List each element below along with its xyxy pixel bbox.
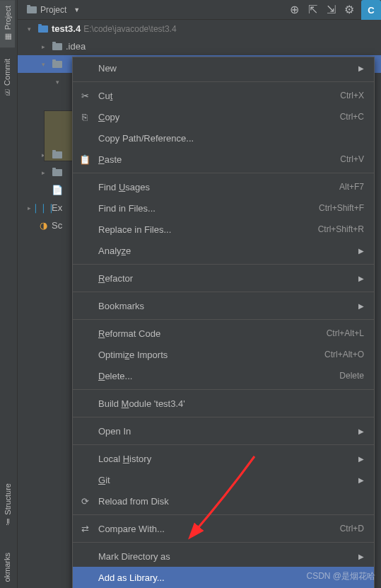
reload-icon: ⟳	[78, 495, 91, 507]
menu-bookmarks[interactable]: Bookmarks▶	[73, 295, 374, 316]
editor-corner-badge: C	[361, 0, 381, 20]
cut-icon: ✂	[78, 89, 91, 102]
scratches-icon: ◑	[37, 220, 49, 231]
expand-all-icon[interactable]: ⇱	[305, 2, 320, 18]
locate-icon[interactable]: ⊕	[286, 2, 302, 18]
menu-separator	[73, 542, 374, 543]
structure-icon: ≔	[3, 518, 12, 526]
copy-icon: ⎘	[78, 110, 91, 123]
menu-optimize-imports[interactable]: Optimize ImportsCtrl+Alt+O	[73, 344, 374, 365]
project-view-selector[interactable]: Project ▼	[22, 3, 84, 17]
menu-separator	[73, 292, 374, 292]
menu-analyze[interactable]: Analyze▶	[73, 240, 374, 261]
menu-reload-from-disk[interactable]: ⟳Reload from Disk	[73, 490, 374, 512]
folder-icon	[52, 167, 63, 178]
menu-git[interactable]: Git▶	[73, 469, 374, 490]
chevron-down-icon: ▾	[56, 79, 63, 86]
menu-compare-with[interactable]: ⇄Compare With...Ctrl+D	[73, 518, 374, 539]
menu-mark-directory-as[interactable]: Mark Directory as▶	[73, 546, 374, 567]
menu-separator	[73, 173, 374, 173]
folder-icon	[52, 59, 63, 70]
chevron-right-icon: ▸	[42, 169, 49, 176]
commit-icon: ⎘	[3, 88, 11, 96]
menu-replace-in-files[interactable]: Replace in Files...Ctrl+Shift+R	[73, 219, 374, 240]
sidebar-tab-commit[interactable]: ⎘ Commit	[0, 53, 14, 102]
menu-separator	[73, 389, 374, 390]
submenu-arrow-icon: ▶	[358, 247, 364, 255]
chevron-down-icon: ▼	[74, 6, 80, 13]
menu-separator	[73, 264, 374, 265]
sidebar-tab-structure[interactable]: ≔ Structure	[0, 478, 15, 531]
menu-separator	[73, 319, 374, 320]
chevron-down-icon: ▾	[42, 61, 49, 68]
submenu-arrow-icon: ▶	[358, 455, 364, 463]
chevron-right-icon: ▸	[42, 43, 49, 50]
menu-cut[interactable]: ✂CutCtrl+X	[73, 85, 374, 106]
submenu-arrow-icon: ▶	[358, 553, 364, 560]
menu-copy[interactable]: ⎘CopyCtrl+C	[73, 106, 374, 127]
project-view-icon	[26, 4, 37, 16]
submenu-arrow-icon: ▶	[358, 427, 364, 435]
compare-icon: ⇄	[78, 522, 91, 535]
submenu-arrow-icon: ▶	[358, 64, 364, 72]
menu-copy-path[interactable]: Copy Path/Reference...	[73, 127, 374, 149]
menu-open-in[interactable]: Open In▶	[73, 420, 374, 442]
folder-icon	[52, 41, 63, 52]
chevron-down-icon: ▾	[28, 25, 35, 33]
menu-delete[interactable]: Delete...Delete	[73, 365, 374, 386]
menu-find-usages[interactable]: Find UsagesAlt+F7	[73, 176, 374, 197]
menu-find-in-files[interactable]: Find in Files...Ctrl+Shift+F	[73, 197, 374, 219]
menu-new[interactable]: New▶	[73, 57, 374, 79]
submenu-arrow-icon: ▶	[358, 302, 364, 310]
menu-build-module[interactable]: Build Module 'test3.4'	[73, 393, 374, 414]
project-toolbar: Project ▼ ⊕ ⇱ ⇲ ⚙ —	[18, 0, 381, 20]
collapse-all-icon[interactable]: ⇲	[323, 2, 339, 18]
project-icon: ▦	[3, 33, 12, 42]
module-folder-icon	[37, 23, 49, 35]
menu-separator	[73, 81, 374, 82]
menu-paste[interactable]: 📋PasteCtrl+V	[73, 149, 374, 170]
settings-icon[interactable]: ⚙	[341, 2, 357, 18]
file-icon: 📄	[52, 185, 63, 196]
menu-add-as-library[interactable]: Add as Library...	[73, 567, 374, 588]
menu-separator	[73, 514, 374, 515]
tree-root[interactable]: ▾ test3.4 E:\code\javacode\test3.4	[18, 20, 381, 38]
tree-node-idea[interactable]: ▸ .idea	[18, 38, 381, 55]
menu-refactor[interactable]: Refactor▶	[73, 267, 374, 289]
menu-separator	[73, 444, 374, 445]
menu-separator	[73, 417, 374, 417]
submenu-arrow-icon: ▶	[358, 476, 364, 484]
menu-local-history[interactable]: Local History▶	[73, 448, 374, 469]
libraries-icon: ❘❘❘	[37, 202, 49, 214]
sidebar-tab-project[interactable]: ▦ Project	[0, 0, 15, 47]
submenu-arrow-icon: ▶	[358, 275, 364, 282]
context-menu: New▶ ✂CutCtrl+X ⎘CopyCtrl+C Copy Path/Re…	[72, 57, 375, 588]
sidebar-tab-bookmarks[interactable]: okmarks	[0, 547, 14, 588]
menu-reformat[interactable]: Reformat CodeCtrl+Alt+L	[73, 323, 374, 344]
paste-icon: 📋	[78, 153, 91, 166]
